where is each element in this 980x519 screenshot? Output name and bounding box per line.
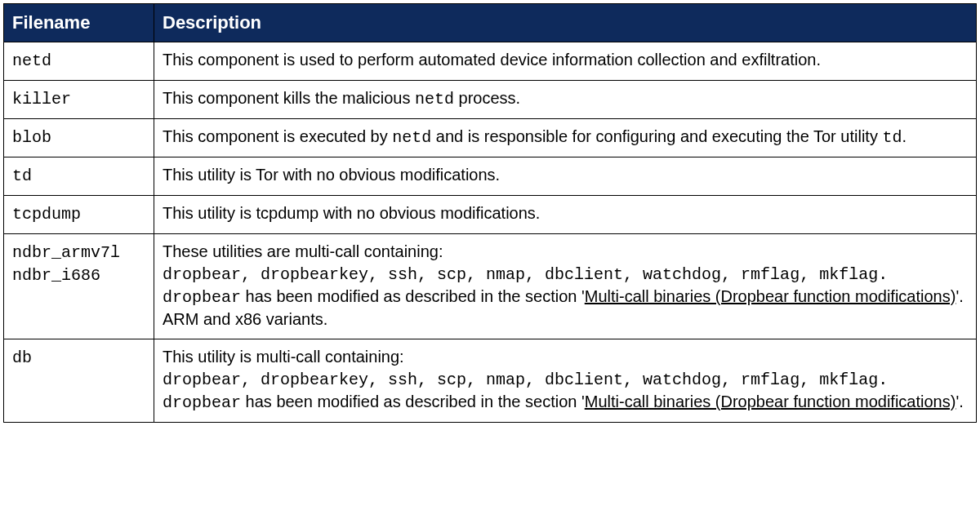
code-text: tcpdump (12, 205, 81, 224)
text: This utility is multi-call containing: (163, 348, 404, 366)
text: process. (454, 89, 520, 107)
text: This component kills the malicious (163, 89, 415, 107)
table-row: killerThis component kills the malicious… (4, 80, 977, 118)
code-text: netd (12, 51, 51, 70)
table-row: tdThis utility is Tor with no obvious mo… (4, 157, 977, 195)
description-cell: This component is used to perform automa… (154, 42, 977, 80)
text: This utility is tcpdump with no obvious … (163, 204, 540, 222)
description-cell: This component is executed by netd and i… (154, 118, 977, 157)
text: This component is executed by (163, 127, 392, 145)
filename-cell: netd (4, 42, 154, 80)
code-text: db (12, 348, 32, 367)
components-table: Filename Description netdThis component … (3, 3, 977, 423)
table-header-row: Filename Description (4, 4, 977, 42)
filename-cell: tcpdump (4, 195, 154, 233)
text: and is responsible for configuring and e… (431, 127, 882, 145)
filename-cell: ndbr_armv7lndbr_i686 (4, 233, 154, 339)
section-link[interactable]: Multi-call binaries (Dropbear function m… (585, 393, 956, 410)
filename-cell: td (4, 157, 154, 195)
filename-cell: db (4, 339, 154, 422)
code-text: td (12, 166, 32, 185)
section-link[interactable]: Multi-call binaries (Dropbear function m… (585, 287, 956, 305)
code-text: ndbr_armv7l (12, 243, 120, 262)
filename-cell: killer (4, 80, 154, 118)
code-text: netd (392, 128, 431, 147)
text: has been modified as described in the se… (241, 393, 585, 410)
description-cell: This utility is multi-call containing:dr… (154, 339, 977, 422)
description-cell: This component kills the malicious netd … (154, 80, 977, 118)
table-row: tcpdumpThis utility is tcpdump with no o… (4, 195, 977, 233)
description-cell: This utility is tcpdump with no obvious … (154, 195, 977, 233)
code-text: blob (12, 128, 51, 147)
text: has been modified as described in the se… (241, 287, 585, 305)
code-text: td (882, 128, 902, 147)
table-row: netdThis component is used to perform au… (4, 42, 977, 80)
text: '. (956, 393, 963, 410)
table-row: dbThis utility is multi-call containing:… (4, 339, 977, 422)
text: This component is used to perform automa… (163, 51, 821, 69)
code-text: netd (415, 90, 454, 109)
code-text: ndbr_i686 (12, 266, 100, 285)
text: . (902, 127, 906, 145)
table-row: ndbr_armv7lndbr_i686These utilities are … (4, 233, 977, 339)
header-description: Description (154, 4, 977, 42)
text: These utilities are multi-call containin… (163, 242, 443, 260)
description-cell: These utilities are multi-call containin… (154, 233, 977, 339)
header-filename: Filename (4, 4, 154, 42)
table-row: blobThis component is executed by netd a… (4, 118, 977, 157)
code-text: killer (12, 90, 71, 109)
filename-cell: blob (4, 118, 154, 157)
text: This utility is Tor with no obvious modi… (163, 166, 500, 184)
description-cell: This utility is Tor with no obvious modi… (154, 157, 977, 195)
